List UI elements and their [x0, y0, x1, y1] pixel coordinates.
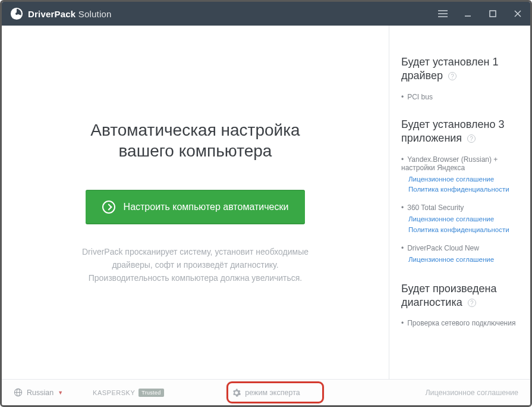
language-selector[interactable]: Russian ▼: [14, 388, 63, 397]
configure-button-label: Настроить компьютер автоматически: [124, 202, 289, 212]
trusted-badge: Trusted: [138, 389, 163, 397]
side-panel[interactable]: Будет установлен 1 драйвер ? PCI bus Буд…: [389, 26, 530, 379]
app-window: DriverPack Solution Автоматическая настр…: [0, 0, 532, 407]
drivers-block: Будет установлен 1 драйвер ? PCI bus: [401, 55, 520, 101]
maximize-button[interactable]: [480, 2, 505, 26]
list-item: Yandex.Browser (Russian) + настройки Янд…: [401, 155, 520, 172]
license-link[interactable]: Лицензионное соглашение: [408, 174, 520, 185]
diag-heading: Будет произведена диагностика ?: [401, 282, 520, 310]
wand-icon: [102, 201, 115, 214]
license-link[interactable]: Лицензионное соглашение: [408, 214, 520, 225]
help-icon[interactable]: ?: [467, 134, 476, 143]
titlebar: DriverPack Solution: [2, 2, 530, 26]
expert-mode-label: режим эксперта: [245, 389, 300, 397]
help-icon[interactable]: ?: [468, 299, 476, 307]
main-panel: Автоматическая настройка вашего компьюте…: [2, 26, 389, 379]
list-item: Проверка сетевого подключения: [401, 319, 520, 327]
apps-heading: Будет установлено 3 приложения ?: [401, 118, 520, 146]
list-item: DriverPack Cloud New: [401, 244, 520, 252]
privacy-link[interactable]: Политика конфиденциальности: [408, 184, 520, 195]
app-logo: DriverPack Solution: [10, 7, 112, 20]
menu-button[interactable]: [430, 2, 455, 26]
app-title: DriverPack Solution: [28, 9, 112, 19]
chevron-down-icon: ▼: [58, 390, 63, 396]
expert-mode-button[interactable]: режим эксперта: [232, 389, 300, 397]
apps-block: Будет установлено 3 приложения ? Yandex.…: [401, 118, 520, 265]
license-link[interactable]: Лицензионное соглашение: [408, 255, 520, 265]
list-item: PCI bus: [401, 93, 520, 101]
sub-description: DriverPack просканирует систему, установ…: [82, 246, 309, 284]
footer-bar: Russian ▼ KASPERSKY Trusted режим экспер…: [2, 379, 530, 405]
help-icon[interactable]: ?: [448, 72, 457, 80]
kaspersky-label: KASPERSKY: [93, 389, 135, 396]
driverpack-icon: [10, 7, 23, 20]
globe-icon: [14, 388, 23, 397]
page-headline: Автоматическая настройка вашего компьюте…: [90, 120, 300, 161]
headline-line1: Автоматическая настройка: [90, 120, 300, 140]
svg-point-1: [15, 12, 18, 15]
configure-auto-button[interactable]: Настроить компьютер автоматически: [86, 190, 306, 224]
diag-block: Будет произведена диагностика ? Проверка…: [401, 282, 520, 328]
kaspersky-trusted: KASPERSKY Trusted: [93, 389, 163, 397]
close-button[interactable]: [505, 2, 530, 26]
content-area: Автоматическая настройка вашего компьюте…: [2, 26, 530, 379]
gear-icon: [232, 389, 240, 397]
drivers-heading: Будет установлен 1 драйвер ?: [401, 55, 520, 83]
privacy-link[interactable]: Политика конфиденциальности: [408, 225, 520, 236]
list-item: 360 Total Security: [401, 204, 520, 212]
window-controls: [430, 2, 530, 26]
footer-license-link[interactable]: Лицензионное соглашение: [425, 389, 518, 397]
minimize-button[interactable]: [455, 2, 480, 26]
language-label: Russian: [27, 389, 53, 397]
headline-line2: вашего компьютера: [90, 140, 300, 161]
svg-rect-6: [490, 11, 496, 17]
